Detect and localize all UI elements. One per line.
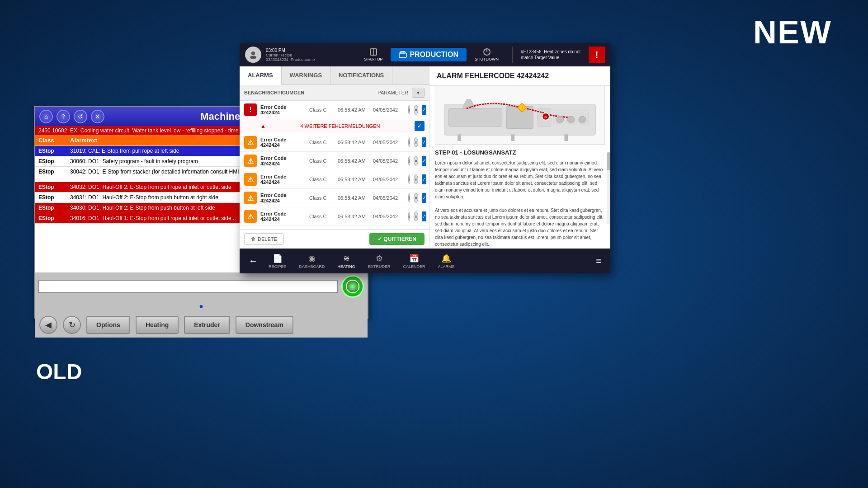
trash-icon: 🗑 <box>251 236 256 242</box>
list-item[interactable]: ⚠ Error Code 4242424 Class C 06:58:42 AM… <box>240 207 429 226</box>
alarm-icon-warning: ⚠ <box>244 210 257 223</box>
alarm-class: EStop <box>38 169 70 175</box>
old-close-btn[interactable]: ✕ <box>91 110 104 123</box>
divider <box>512 47 513 63</box>
alarm-icon-warning: ⚠ <box>244 173 257 186</box>
list-item[interactable]: ⚠ Error Code 4242424 Class C 06:58:42 AM… <box>240 170 429 189</box>
new-ui-panel: 03:00 PM Curren Recipe 0323043234 Produc… <box>240 43 610 273</box>
alarm-class: Class C <box>309 214 334 219</box>
nav-extruder[interactable]: ⚙ EXTRUDER <box>362 253 397 269</box>
list-item[interactable]: ⚠ Error Code 4242424 Class C 06:58:42 AM… <box>240 189 429 207</box>
nav-dashboard[interactable]: ◉ DASHBOARD <box>293 253 331 269</box>
delete-button[interactable]: 🗑 DELETE <box>244 233 284 245</box>
alarm-check-btn[interactable]: ✓ <box>422 193 426 203</box>
alarm-action-btn[interactable]: i <box>408 105 410 115</box>
alarm-filter-bar: BENACHRICHTIGUMGEN PARAMETER ▼ <box>240 85 429 101</box>
tab-warnings[interactable]: WARNINGS <box>282 66 331 84</box>
old-back-btn[interactable]: ◀ <box>39 316 57 334</box>
alarm-tabs: ALARMS WARNINGS NOTIFICATIONS <box>240 66 429 85</box>
new-main: ALARMS WARNINGS NOTIFICATIONS BENACHRICH… <box>240 66 610 249</box>
header-info: 03:00 PM Curren Recipe 0323043234 Produc… <box>266 48 315 62</box>
header-production-btn[interactable]: PRODUCTION <box>391 48 467 61</box>
old-refresh-btn[interactable]: ↺ <box>74 110 87 123</box>
old-options-btn[interactable]: Options <box>86 316 130 334</box>
alarm-check-btn[interactable]: ✓ <box>422 137 426 147</box>
list-item[interactable]: ⚠ Error Code 4242424 Class C 06:58:42 AM… <box>240 133 429 152</box>
alarm-class: Class C <box>309 107 334 113</box>
old-heating-btn[interactable]: Heating <box>136 316 179 334</box>
old-search-input[interactable] <box>38 280 338 293</box>
alarm-check-btn[interactable]: ✓ <box>422 105 426 115</box>
svg-point-21 <box>579 116 586 123</box>
list-item[interactable]: ! Error Code 4242424 Class C 06:58:42 AM… <box>240 101 429 119</box>
alarm-action-btn[interactable]: i <box>408 211 410 221</box>
alarm-time: 06:58:42 AM <box>338 177 369 182</box>
alarm-check-btn[interactable]: ✓ <box>422 174 426 184</box>
alarm-dismiss-btn[interactable]: ✕ <box>414 211 418 221</box>
svg-rect-23 <box>511 134 514 141</box>
dashboard-icon: ◉ <box>308 253 316 263</box>
old-page-indicator: ● <box>35 300 368 312</box>
nav-alarms[interactable]: 🔔 ALARMS <box>431 253 461 269</box>
header-shutdown-btn[interactable]: SHUTDOWN <box>469 46 504 63</box>
alarm-dismiss-btn[interactable]: ✕ <box>414 105 418 115</box>
alarms-icon: 🔔 <box>441 253 451 263</box>
alarm-icon-warning: ⚠ <box>244 155 257 167</box>
alarm-dismiss-btn[interactable]: ✕ <box>414 156 418 166</box>
nav-recipes[interactable]: 📄 RECIPES <box>262 253 293 269</box>
nav-calender[interactable]: 📅 CALENDER <box>396 253 431 269</box>
header-alert-icon[interactable]: ! <box>589 47 605 63</box>
nav-extruder-label: EXTRUDER <box>368 264 391 269</box>
alarm-class: Class C <box>309 158 334 164</box>
filter-toggle[interactable]: ▼ <box>412 88 425 98</box>
list-item[interactable]: ⚠ Error Code 4242424 Class C 06:58:42 AM… <box>240 152 429 170</box>
alarm-class: Class C <box>309 177 334 182</box>
alarm-check-btn[interactable]: ✓ <box>422 211 426 221</box>
detail-scrollbar[interactable] <box>607 152 610 224</box>
svg-point-19 <box>557 116 564 123</box>
scrollbar-thumb[interactable] <box>607 152 610 170</box>
alarm-class: EStop <box>38 205 70 211</box>
nav-heating[interactable]: ≋ HEATING <box>331 253 362 269</box>
svg-point-0 <box>251 52 255 55</box>
filter-param: PARAMETER <box>377 90 408 95</box>
alarm-detail-title: ALARM FEHLERCODE 42424242 <box>429 66 610 86</box>
more-errors-check[interactable]: ✓ <box>415 121 425 131</box>
old-refresh-btn2[interactable]: ↻ <box>63 316 81 334</box>
alarm-action-btn[interactable]: i <box>408 174 410 184</box>
alarm-check-btn[interactable]: ✓ <box>422 156 426 166</box>
old-extruder-btn[interactable]: Extruder <box>184 316 230 334</box>
old-downstream-btn[interactable]: Downstream <box>236 316 293 334</box>
menu-button[interactable]: ≡ <box>591 256 606 266</box>
alarm-date: 04/05/2042 <box>373 158 405 164</box>
tab-notifications[interactable]: NOTIFICATIONS <box>330 66 392 84</box>
svg-text:!: ! <box>521 105 523 110</box>
alarm-time: 06:58:42 AM <box>338 214 369 219</box>
alarm-code: Error Code 4242424 <box>260 211 306 222</box>
alarm-code: Error Code 4242424 <box>260 174 306 185</box>
alarm-class: EStop <box>38 148 70 154</box>
back-button[interactable]: ← <box>244 256 262 266</box>
svg-point-20 <box>567 116 575 123</box>
alarm-action-btn[interactable]: i <box>408 193 410 203</box>
nav-calender-label: CALENDER <box>403 264 425 269</box>
svg-text:✕: ✕ <box>544 115 547 119</box>
alarm-dismiss-btn[interactable]: ✕ <box>414 193 418 203</box>
alarm-class: Class C <box>309 140 334 145</box>
old-green-inner <box>346 280 359 293</box>
nav-dashboard-label: DASHBOARD <box>299 264 325 269</box>
alarm-action-btn[interactable]: i <box>408 137 410 147</box>
alarm-code: Error Code 4242424 <box>260 192 306 203</box>
more-errors-bar[interactable]: ▲ 4 WEITERE FEHLERMELDUNGEN ✓ <box>240 119 429 133</box>
new-alarm-list: ! Error Code 4242424 Class C 06:58:42 AM… <box>240 101 429 229</box>
quit-button[interactable]: ✓ QUITTIEREN <box>369 233 425 245</box>
alarm-action-btn[interactable]: i <box>408 156 410 166</box>
header-startup-btn[interactable]: STARTUP <box>359 46 388 63</box>
alarm-dismiss-btn[interactable]: ✕ <box>414 174 418 184</box>
tab-alarms[interactable]: ALARMS <box>240 66 282 85</box>
alarm-dismiss-btn[interactable]: ✕ <box>414 137 418 147</box>
header-time: 03:00 PM <box>266 48 315 53</box>
alarm-icon-warning: ⚠ <box>244 192 257 204</box>
old-help-btn[interactable]: ? <box>57 110 70 123</box>
old-home-btn[interactable]: ⌂ <box>39 110 53 123</box>
